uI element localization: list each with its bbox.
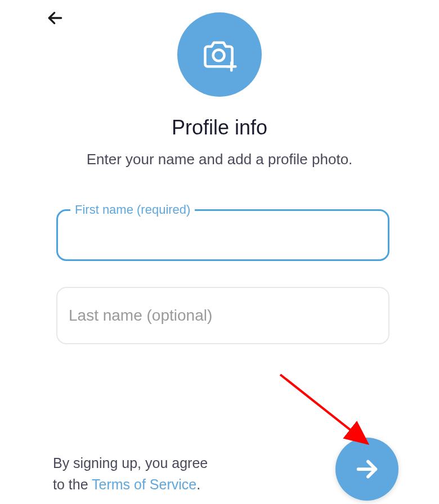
- last-name-input[interactable]: [69, 307, 377, 325]
- first-name-input[interactable]: [67, 217, 379, 251]
- back-button[interactable]: [42, 4, 69, 32]
- arrow-left-icon: [46, 9, 64, 27]
- camera-add-icon: [200, 35, 239, 74]
- terms-of-service-link[interactable]: Terms of Service: [92, 476, 196, 492]
- last-name-field-wrapper: [56, 287, 389, 344]
- arrow-right-icon: [354, 456, 380, 482]
- continue-button[interactable]: [335, 438, 398, 501]
- svg-line-6: [280, 375, 366, 442]
- page-title: Profile info: [0, 116, 439, 140]
- add-photo-button[interactable]: [177, 12, 262, 97]
- terms-of-service-text: By signing up, you agree to the Terms of…: [53, 453, 208, 495]
- first-name-label: First name (required): [70, 202, 195, 217]
- svg-point-1: [213, 50, 225, 61]
- first-name-field-wrapper: First name (required): [56, 202, 389, 261]
- page-subtitle: Enter your name and add a profile photo.: [0, 151, 439, 168]
